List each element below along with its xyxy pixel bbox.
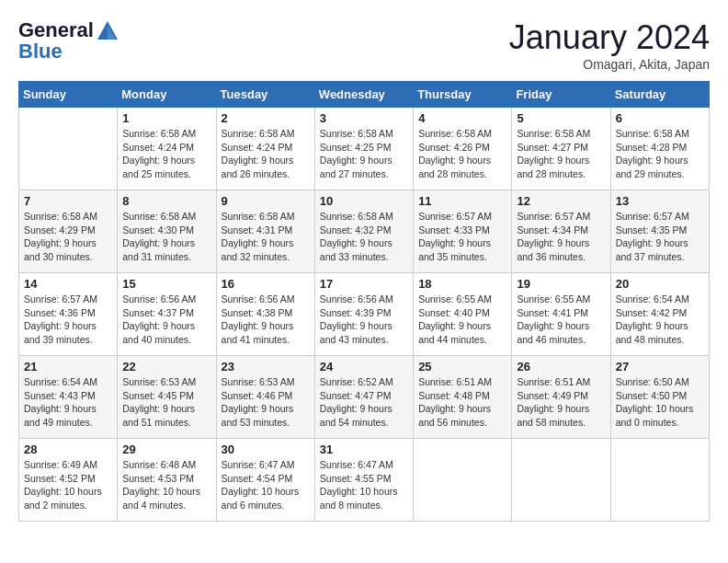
col-saturday: Saturday <box>610 82 709 108</box>
calendar-cell: 25Sunrise: 6:51 AM Sunset: 4:48 PM Dayli… <box>414 356 512 439</box>
logo-icon <box>96 19 119 43</box>
cell-content: Sunrise: 6:58 AM Sunset: 4:25 PM Dayligh… <box>320 127 408 181</box>
cell-content: Sunrise: 6:58 AM Sunset: 4:29 PM Dayligh… <box>24 210 112 264</box>
col-friday: Friday <box>512 82 610 108</box>
calendar-cell: 20Sunrise: 6:54 AM Sunset: 4:42 PM Dayli… <box>610 273 709 356</box>
day-number: 5 <box>517 111 605 125</box>
cell-content: Sunrise: 6:57 AM Sunset: 4:33 PM Dayligh… <box>418 210 506 264</box>
day-number: 19 <box>517 277 605 291</box>
calendar-cell: 28Sunrise: 6:49 AM Sunset: 4:52 PM Dayli… <box>19 439 118 522</box>
cell-content: Sunrise: 6:47 AM Sunset: 4:55 PM Dayligh… <box>320 458 408 512</box>
calendar-cell: 30Sunrise: 6:47 AM Sunset: 4:54 PM Dayli… <box>216 439 314 522</box>
day-number: 15 <box>122 277 210 291</box>
cell-content: Sunrise: 6:48 AM Sunset: 4:53 PM Dayligh… <box>122 458 210 512</box>
calendar-cell: 10Sunrise: 6:58 AM Sunset: 4:32 PM Dayli… <box>314 190 413 273</box>
calendar-cell: 17Sunrise: 6:56 AM Sunset: 4:39 PM Dayli… <box>314 273 413 356</box>
cell-content: Sunrise: 6:54 AM Sunset: 4:42 PM Dayligh… <box>616 293 704 347</box>
cell-content: Sunrise: 6:57 AM Sunset: 4:34 PM Dayligh… <box>517 210 605 264</box>
calendar-cell: 1Sunrise: 6:58 AM Sunset: 4:24 PM Daylig… <box>118 108 216 190</box>
logo: General Blue <box>18 18 119 63</box>
cell-content: Sunrise: 6:57 AM Sunset: 4:36 PM Dayligh… <box>24 293 112 347</box>
calendar-cell: 21Sunrise: 6:54 AM Sunset: 4:43 PM Dayli… <box>19 356 118 439</box>
calendar-cell: 31Sunrise: 6:47 AM Sunset: 4:55 PM Dayli… <box>314 439 413 522</box>
calendar-cell <box>414 439 512 522</box>
calendar-cell: 8Sunrise: 6:58 AM Sunset: 4:30 PM Daylig… <box>118 190 216 273</box>
cell-content: Sunrise: 6:51 AM Sunset: 4:48 PM Dayligh… <box>418 375 506 430</box>
calendar-cell: 2Sunrise: 6:58 AM Sunset: 4:24 PM Daylig… <box>216 108 314 190</box>
calendar-cell: 23Sunrise: 6:53 AM Sunset: 4:46 PM Dayli… <box>216 356 314 439</box>
cell-content: Sunrise: 6:58 AM Sunset: 4:31 PM Dayligh… <box>222 210 310 264</box>
cell-content: Sunrise: 6:54 AM Sunset: 4:43 PM Dayligh… <box>24 375 112 430</box>
day-number: 22 <box>122 360 210 373</box>
calendar-cell: 29Sunrise: 6:48 AM Sunset: 4:53 PM Dayli… <box>118 439 216 522</box>
day-number: 1 <box>122 111 210 125</box>
cell-content: Sunrise: 6:58 AM Sunset: 4:32 PM Dayligh… <box>320 210 408 264</box>
day-number: 9 <box>222 194 310 208</box>
col-monday: Monday <box>118 82 216 108</box>
day-number: 10 <box>320 194 408 208</box>
cell-content: Sunrise: 6:49 AM Sunset: 4:52 PM Dayligh… <box>24 458 112 512</box>
location: Omagari, Akita, Japan <box>509 57 710 72</box>
cell-content: Sunrise: 6:58 AM Sunset: 4:26 PM Dayligh… <box>418 127 506 181</box>
calendar-cell <box>19 108 118 190</box>
title-area: January 2024 Omagari, Akita, Japan <box>509 18 710 72</box>
calendar-cell: 13Sunrise: 6:57 AM Sunset: 4:35 PM Dayli… <box>610 190 709 273</box>
day-number: 13 <box>616 194 704 208</box>
calendar-cell: 5Sunrise: 6:58 AM Sunset: 4:27 PM Daylig… <box>512 108 610 190</box>
day-number: 18 <box>418 277 506 291</box>
day-number: 11 <box>418 194 506 208</box>
calendar-cell: 11Sunrise: 6:57 AM Sunset: 4:33 PM Dayli… <box>414 190 512 273</box>
calendar-cell: 14Sunrise: 6:57 AM Sunset: 4:36 PM Dayli… <box>19 273 118 356</box>
cell-content: Sunrise: 6:53 AM Sunset: 4:46 PM Dayligh… <box>222 375 310 430</box>
week-row-4: 21Sunrise: 6:54 AM Sunset: 4:43 PM Dayli… <box>19 356 710 439</box>
cell-content: Sunrise: 6:51 AM Sunset: 4:49 PM Dayligh… <box>517 375 605 430</box>
day-number: 26 <box>517 360 605 373</box>
day-number: 24 <box>320 360 408 373</box>
calendar-cell <box>610 439 709 522</box>
col-wednesday: Wednesday <box>314 82 413 108</box>
day-number: 30 <box>222 442 310 456</box>
cell-content: Sunrise: 6:56 AM Sunset: 4:37 PM Dayligh… <box>122 293 210 347</box>
day-number: 6 <box>616 111 704 125</box>
calendar-cell: 4Sunrise: 6:58 AM Sunset: 4:26 PM Daylig… <box>414 108 512 190</box>
calendar-cell: 22Sunrise: 6:53 AM Sunset: 4:45 PM Dayli… <box>118 356 216 439</box>
page-header: General Blue January 2024 Omagari, Akita… <box>18 18 710 72</box>
col-sunday: Sunday <box>19 82 118 108</box>
calendar-cell: 3Sunrise: 6:58 AM Sunset: 4:25 PM Daylig… <box>314 108 413 190</box>
cell-content: Sunrise: 6:53 AM Sunset: 4:45 PM Dayligh… <box>122 375 210 430</box>
cell-content: Sunrise: 6:56 AM Sunset: 4:39 PM Dayligh… <box>320 293 408 347</box>
calendar-cell: 9Sunrise: 6:58 AM Sunset: 4:31 PM Daylig… <box>216 190 314 273</box>
calendar-cell: 18Sunrise: 6:55 AM Sunset: 4:40 PM Dayli… <box>414 273 512 356</box>
calendar-cell: 6Sunrise: 6:58 AM Sunset: 4:28 PM Daylig… <box>610 108 709 190</box>
day-number: 12 <box>517 194 605 208</box>
cell-content: Sunrise: 6:47 AM Sunset: 4:54 PM Dayligh… <box>222 458 310 512</box>
week-row-5: 28Sunrise: 6:49 AM Sunset: 4:52 PM Dayli… <box>19 439 710 522</box>
day-number: 31 <box>320 442 408 456</box>
calendar-cell: 15Sunrise: 6:56 AM Sunset: 4:37 PM Dayli… <box>118 273 216 356</box>
day-number: 29 <box>122 442 210 456</box>
cell-content: Sunrise: 6:56 AM Sunset: 4:38 PM Dayligh… <box>222 293 310 347</box>
day-number: 4 <box>418 111 506 125</box>
calendar-cell: 24Sunrise: 6:52 AM Sunset: 4:47 PM Dayli… <box>314 356 413 439</box>
cell-content: Sunrise: 6:55 AM Sunset: 4:40 PM Dayligh… <box>418 293 506 347</box>
calendar-cell <box>512 439 610 522</box>
calendar-cell: 12Sunrise: 6:57 AM Sunset: 4:34 PM Dayli… <box>512 190 610 273</box>
calendar-table: Sunday Monday Tuesday Wednesday Thursday… <box>18 81 710 522</box>
calendar-cell: 26Sunrise: 6:51 AM Sunset: 4:49 PM Dayli… <box>512 356 610 439</box>
cell-content: Sunrise: 6:58 AM Sunset: 4:28 PM Dayligh… <box>616 127 704 181</box>
day-number: 14 <box>24 277 112 291</box>
week-row-2: 7Sunrise: 6:58 AM Sunset: 4:29 PM Daylig… <box>19 190 710 273</box>
calendar-cell: 27Sunrise: 6:50 AM Sunset: 4:50 PM Dayli… <box>610 356 709 439</box>
calendar-cell: 16Sunrise: 6:56 AM Sunset: 4:38 PM Dayli… <box>216 273 314 356</box>
day-number: 2 <box>222 111 310 125</box>
cell-content: Sunrise: 6:58 AM Sunset: 4:24 PM Dayligh… <box>122 127 210 181</box>
day-number: 3 <box>320 111 408 125</box>
week-row-3: 14Sunrise: 6:57 AM Sunset: 4:36 PM Dayli… <box>19 273 710 356</box>
header-row: Sunday Monday Tuesday Wednesday Thursday… <box>19 82 710 108</box>
cell-content: Sunrise: 6:50 AM Sunset: 4:50 PM Dayligh… <box>616 375 704 430</box>
day-number: 23 <box>222 360 310 373</box>
day-number: 8 <box>122 194 210 208</box>
day-number: 20 <box>616 277 704 291</box>
day-number: 16 <box>222 277 310 291</box>
col-thursday: Thursday <box>414 82 512 108</box>
